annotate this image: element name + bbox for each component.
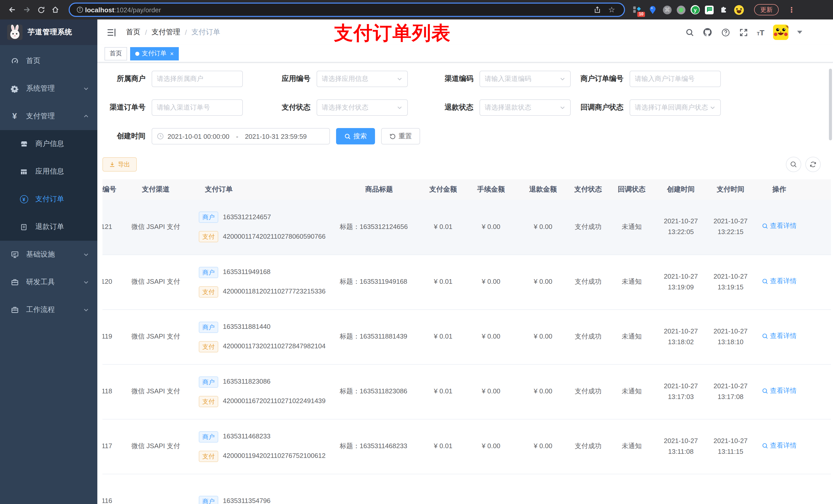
user-avatar[interactable] [773, 25, 788, 40]
info-icon[interactable] [75, 3, 85, 17]
orders-table: 编号支付渠道支付订单商品标题支付金额手续金额退款金额支付状态回调状态创建时间支付… [102, 179, 831, 504]
tab-tag[interactable]: 首页 × [104, 47, 127, 60]
status-dot-extension-icon[interactable] [677, 5, 686, 14]
sidebar-item-yen-circle[interactable]: ¥ 支付订单 [0, 186, 97, 213]
cell-actions: 查看详情 [754, 364, 831, 419]
sidebar-item-briefcase[interactable]: 工作流程 [0, 296, 97, 324]
cell-created-time: 2021-10-27 13:18:02 [655, 309, 707, 364]
sidebar-item-gear[interactable]: 系统管理 [0, 75, 97, 102]
command-extension-icon[interactable]: ⌘ [663, 5, 672, 14]
menu-dots-icon[interactable]: ⋮ [788, 6, 795, 14]
sidebar-item-document[interactable]: 退款订单 [0, 213, 97, 241]
cell-status: 支付成功 [568, 255, 609, 309]
select-2[interactable]: 请选择退款状态 [479, 99, 571, 116]
filter-label: 应用编号 [243, 74, 317, 83]
sidebar-item-toolbox[interactable]: 研发工具 [0, 268, 97, 296]
home-icon[interactable] [48, 3, 63, 17]
filter-item: 回调商户状态 请选择订单回调商户状态 [571, 99, 721, 116]
select-1[interactable]: 请选择支付状态 [317, 99, 408, 116]
chevron-down-icon [83, 307, 89, 313]
screenshot-annotation: 支付订单列表 [334, 21, 451, 46]
refresh-button[interactable] [805, 157, 821, 172]
col-header: 操作 [754, 179, 831, 200]
pay-tag: 支付 [199, 341, 218, 352]
update-button[interactable]: 更新 [754, 4, 779, 15]
export-button[interactable]: 导出 [102, 157, 137, 172]
input-3[interactable]: 请输入商户订单编号 [629, 71, 721, 87]
chevron-down-icon[interactable] [797, 31, 802, 34]
pay-tag: 支付 [199, 451, 218, 462]
view-detail-link[interactable]: 查看详情 [762, 440, 796, 451]
close-icon[interactable]: × [170, 50, 174, 57]
cell-channel: 微信 JSAPI 支付 [121, 200, 191, 255]
extensions-puzzle-icon[interactable] [719, 5, 729, 15]
reload-icon[interactable] [34, 3, 48, 17]
cell-refund: ¥ 0.00 [519, 200, 568, 255]
cell-paid-time: 2021-10-27 13:17:08 [707, 364, 754, 419]
chat-extension-icon[interactable] [705, 5, 714, 14]
page-scrollbar[interactable] [829, 69, 832, 140]
breadcrumb-pay[interactable]: 支付管理 [152, 28, 180, 37]
search-form: 所属商户 请选择所属商户 应用编号 请选择应用信息 渠道编码 请输入渠道编码 商… [102, 71, 828, 116]
toggle-search-button[interactable] [786, 157, 801, 172]
table-row[interactable]: 121 微信 JSAPI 支付 商户1635312124657 支付420000… [102, 200, 831, 255]
date-range-picker[interactable]: 2021-10-01 00:00:00 - 2021-10-31 23:59:5… [152, 128, 330, 144]
sidepanel-extension-icon[interactable]: 10 [632, 5, 642, 15]
forward-icon[interactable] [20, 3, 34, 17]
back-icon[interactable] [5, 3, 20, 17]
monitor-icon [10, 250, 19, 259]
sidebar-item-shop[interactable]: 商户信息 [0, 130, 97, 158]
select-2[interactable]: 请输入渠道编码 [479, 71, 571, 87]
pay-tag: 支付 [199, 286, 218, 297]
view-detail-link[interactable]: 查看详情 [762, 276, 796, 287]
view-detail-link[interactable]: 查看详情 [762, 221, 796, 232]
cell-created-time: 2021-10-27 13:19:09 [655, 255, 707, 309]
font-size-icon[interactable]: TT [757, 28, 764, 36]
cell-refund: ¥ 0.00 [519, 419, 568, 474]
cell-fee: ¥ 0.00 [463, 364, 519, 419]
app-logo[interactable]: 芋道管理系统 [0, 20, 97, 45]
table-row[interactable]: 119 微信 JSAPI 支付 商户1635311881440 支付420000… [102, 309, 831, 364]
view-detail-link[interactable]: 查看详情 [762, 385, 796, 396]
cell-order-no: 商户1635312124657 支付4200001174202110278060… [191, 200, 336, 255]
merchant-tag: 商户 [199, 431, 218, 442]
sidebar-item-monitor[interactable]: 基础设施 [0, 241, 97, 268]
sidebar-item-dashboard[interactable]: 首页 [0, 47, 97, 75]
select-3[interactable]: 请选择订单回调商户状态 [629, 99, 721, 116]
github-icon[interactable] [703, 28, 712, 37]
fullscreen-icon[interactable] [739, 28, 748, 37]
search-icon[interactable] [685, 28, 694, 37]
view-detail-link[interactable]: 查看详情 [762, 331, 796, 341]
input-0[interactable]: 请输入渠道订单号 [152, 99, 243, 116]
pin-balloon-extension-icon[interactable] [647, 5, 658, 15]
sidebar-item-yen[interactable]: ¥ 支付管理 [0, 102, 97, 130]
share-icon[interactable] [590, 3, 604, 17]
help-icon[interactable] [721, 28, 730, 37]
address-bar[interactable]: localhost:1024/pay/order ☆ [69, 3, 625, 17]
sidebar-toggle-icon[interactable] [106, 27, 117, 38]
profile-avatar[interactable] [734, 5, 744, 15]
table-row[interactable]: 117 微信 JSAPI 支付 商户1635311468233 支付420000… [102, 419, 831, 474]
cell-actions: 查看详情 [754, 255, 831, 309]
sidebar-item-grid[interactable]: 应用信息 [0, 158, 97, 186]
select-1[interactable]: 请选择应用信息 [317, 71, 408, 87]
cell-notify-status [609, 474, 655, 504]
table-row[interactable]: 116 商户1635311354796 [102, 474, 831, 504]
pay-tag: 支付 [199, 231, 218, 242]
y-extension-icon[interactable]: y [691, 5, 700, 14]
cell-amount: ¥ 0.01 [423, 364, 463, 419]
col-header: 支付金额 [423, 179, 463, 200]
yen-circle-icon: ¥ [20, 195, 28, 203]
document-icon [20, 222, 28, 231]
table-toolbar: 导出 [102, 157, 827, 172]
cell-fee: ¥ 0.00 [463, 255, 519, 309]
tab-tag[interactable]: 支付订单 × [130, 47, 179, 60]
grid-icon [20, 167, 28, 176]
breadcrumb-home[interactable]: 首页 [126, 28, 140, 37]
search-button[interactable]: 搜索 [336, 128, 375, 144]
table-row[interactable]: 120 微信 JSAPI 支付 商户1635311949168 支付420000… [102, 255, 831, 309]
star-icon[interactable]: ☆ [604, 3, 619, 17]
table-row[interactable]: 118 微信 JSAPI 支付 商户1635311823086 支付420000… [102, 364, 831, 419]
reset-button[interactable]: 重置 [381, 128, 420, 144]
input-0[interactable]: 请选择所属商户 [152, 71, 243, 87]
